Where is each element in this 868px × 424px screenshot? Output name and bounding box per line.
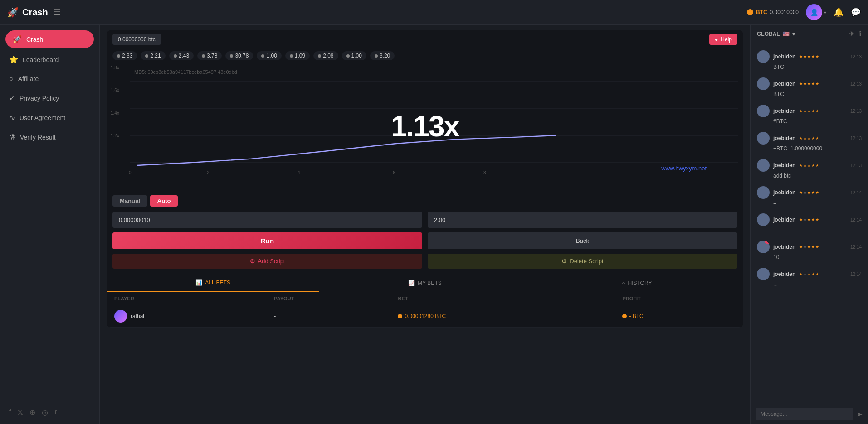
- help-button[interactable]: ● Help: [709, 34, 737, 45]
- history-badge-5[interactable]: 1.00: [257, 51, 281, 60]
- chat-text-8: ...: [773, 281, 862, 288]
- sidebar-label-verify: Verify Result: [20, 134, 56, 141]
- chart-line-icon: 📈: [408, 280, 415, 286]
- facebook-icon[interactable]: f: [9, 408, 11, 417]
- chat-stars-7: ★★★★★: [799, 245, 819, 249]
- script-row: ⚙ Add Script ⚙ Delete Script: [112, 254, 737, 269]
- chat-avatar-1: [757, 77, 770, 90]
- bell-icon[interactable]: 🔔: [834, 7, 844, 17]
- sidebar-item-crash[interactable]: 🚀 Crash: [5, 30, 94, 48]
- bet-amount-input[interactable]: [112, 212, 422, 228]
- sidebar-item-privacy[interactable]: ✓ Privacy Policy: [0, 88, 99, 108]
- chat-text-1: BTC: [773, 91, 862, 97]
- bet-cell: 0.00001280 BTC: [390, 305, 615, 328]
- my-bets-tab[interactable]: 📈 MY BETS: [319, 275, 531, 292]
- global-chat-toggle[interactable]: GLOBAL 🇺🇸 ▾: [757, 31, 795, 37]
- sidebar-item-leaderboard[interactable]: ⭐ Leaderboard: [0, 50, 99, 69]
- instagram-icon[interactable]: ◎: [42, 408, 48, 417]
- main-layout: 🚀 Crash ⭐ Leaderboard ○ Affiliate ✓ Priv…: [0, 25, 868, 424]
- chat-stars-1: ★★★★★: [799, 82, 819, 86]
- chat-text-4: add btc: [773, 173, 862, 179]
- input-row: [112, 212, 737, 228]
- bets-tabs: 📊 ALL BETS 📈 MY BETS ○ HISTORY: [107, 275, 743, 292]
- twitter-icon[interactable]: 𝕏: [17, 408, 23, 417]
- history-badge-7[interactable]: 2.08: [313, 51, 338, 60]
- md5-label: MD5: 60cb8eb53a94117bceba65497 48e0dbd: [134, 69, 237, 75]
- chat-time-3: 12:13: [850, 136, 862, 141]
- y-label-18: 1.8x: [111, 65, 119, 70]
- history-circle-icon: ○: [622, 280, 625, 286]
- add-script-button[interactable]: ⚙ Add Script: [112, 254, 422, 269]
- center-content: 0.00000000 btc ● Help 2.33 2.21 2.43 3.7…: [100, 25, 750, 424]
- player-cell: rathal: [107, 305, 267, 328]
- menu-icon[interactable]: ☰: [54, 7, 61, 17]
- chat-icon[interactable]: 💬: [851, 7, 861, 17]
- back-button[interactable]: Back: [428, 232, 737, 249]
- chat-time-1: 12:13: [850, 82, 862, 87]
- history-badge-1[interactable]: 2.21: [141, 51, 165, 60]
- chat-input-area: ➤: [751, 404, 868, 424]
- chat-message-input[interactable]: [756, 408, 853, 420]
- sidebar-item-verify[interactable]: ⚗ Verify Result: [0, 127, 99, 147]
- chat-username-1: joebiden: [773, 81, 795, 87]
- controls-area: Manual Auto Run Back ⚙ Add Script: [107, 190, 743, 274]
- history-badge-0[interactable]: 2.33: [112, 51, 137, 60]
- payout-cell: -: [267, 305, 390, 328]
- auto-tab[interactable]: Auto: [150, 195, 178, 207]
- run-button[interactable]: Run: [112, 232, 422, 249]
- sidebar-item-affiliate[interactable]: ○ Affiliate: [0, 69, 99, 88]
- chat-stars-3: ★★★★★: [799, 136, 819, 140]
- tab-row: Manual Auto: [112, 195, 737, 207]
- all-bets-tab[interactable]: 📊 ALL BETS: [107, 275, 319, 292]
- game-panel: 0.00000000 btc ● Help 2.33 2.21 2.43 3.7…: [107, 30, 743, 328]
- btc-balance: BTC 0.00010000: [747, 9, 799, 15]
- multiplier-input[interactable]: [428, 212, 737, 228]
- bet-amount: 0.00001280 BTC: [405, 313, 446, 319]
- history-badge-4[interactable]: 30.78: [225, 51, 253, 60]
- chevron-down-icon[interactable]: ▾: [824, 10, 826, 15]
- btc-label: BTC: [756, 9, 767, 15]
- chat-stars-4: ★★★★★: [799, 163, 819, 168]
- sidebar-label-crash: Crash: [26, 36, 43, 43]
- circle-icon: ○: [9, 75, 14, 83]
- chat-avatar-0: [757, 50, 770, 63]
- chat-username-4: joebiden: [773, 162, 795, 169]
- chat-header-icons: ✈ ℹ: [848, 29, 862, 38]
- history-label: HISTORY: [628, 280, 652, 286]
- chat-text-6: +: [773, 227, 862, 233]
- delete-script-label: Delete Script: [570, 258, 603, 265]
- info-icon[interactable]: ℹ: [859, 29, 862, 38]
- chat-username-8: joebiden: [773, 271, 795, 277]
- history-badge-8[interactable]: 1.00: [342, 51, 366, 60]
- history-tab[interactable]: ○ HISTORY: [531, 275, 743, 292]
- profit-cell: - BTC: [615, 305, 743, 328]
- star-icon: ⭐: [9, 55, 18, 64]
- chat-send-button[interactable]: ➤: [857, 410, 863, 419]
- chat-message-3: joebiden ★★★★★ 12:13 +BTC=1.000000000: [751, 128, 868, 155]
- chat-message-7: 10 joebiden ★★★★★ 12:14 10: [751, 237, 868, 264]
- history-badge-3[interactable]: 3.78: [197, 51, 222, 60]
- history-badge-6[interactable]: 1.09: [285, 51, 310, 60]
- sidebar-item-agreement[interactable]: ∿ User Agreement: [0, 108, 99, 127]
- send-icon[interactable]: ✈: [848, 29, 854, 38]
- history-badge-2[interactable]: 2.43: [169, 51, 194, 60]
- chat-stars-8: ★★★★★: [799, 272, 819, 276]
- delete-script-button[interactable]: ⚙ Delete Script: [428, 254, 737, 269]
- sidebar-label-leaderboard: Leaderboard: [23, 56, 59, 63]
- chat-time-6: 12:14: [850, 217, 862, 222]
- chat-time-5: 12:14: [850, 190, 862, 195]
- app-title: Crash: [22, 7, 48, 18]
- discord-icon[interactable]: ⊕: [29, 408, 35, 417]
- history-badge-9[interactable]: 3.20: [370, 51, 395, 60]
- manual-tab[interactable]: Manual: [112, 195, 147, 207]
- chat-text-2: #BTC: [773, 118, 862, 125]
- chat-avatar-5: [757, 186, 770, 199]
- chat-time-0: 12:13: [850, 54, 862, 59]
- delete-icon: ⚙: [561, 258, 567, 265]
- chat-time-2: 12:13: [850, 109, 862, 114]
- global-label: GLOBAL: [757, 31, 780, 37]
- chat-header: GLOBAL 🇺🇸 ▾ ✈ ℹ: [751, 25, 868, 43]
- user-avatar[interactable]: 👤: [806, 4, 822, 20]
- reddit-icon[interactable]: r: [54, 408, 57, 417]
- chat-avatar-8: [757, 268, 770, 280]
